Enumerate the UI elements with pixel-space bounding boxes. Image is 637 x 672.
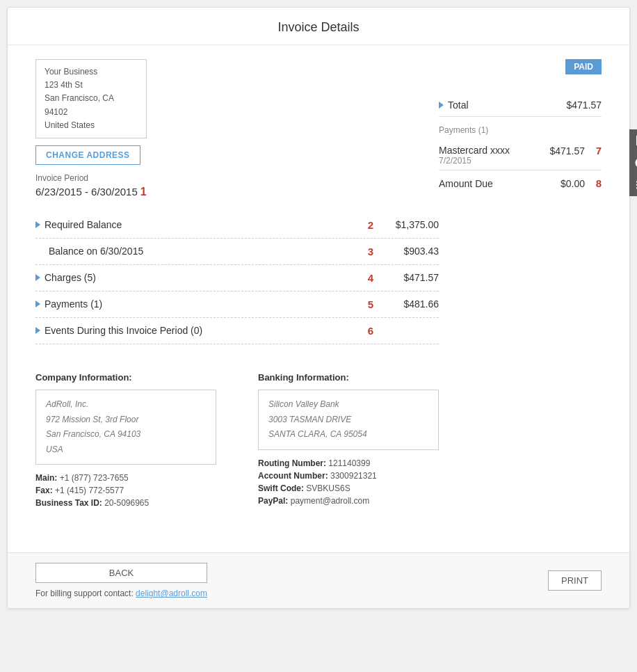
banking-addr-line1: Silicon Valley Bank <box>268 397 428 413</box>
amount-due-label: Amount Due <box>439 178 493 189</box>
payment-date: 7/2/2015 <box>439 156 510 166</box>
total-amount: $471.57 <box>566 99 602 111</box>
line-item: Events During this Invoice Period (0) 6 <box>35 318 439 344</box>
invoice-period-row: 6/23/2015 - 6/30/2015 1 <box>35 186 439 198</box>
banking-info: Banking Information: Silicon Valley Bank… <box>258 372 439 511</box>
footer-left: BACK For billing support contact: deligh… <box>35 563 207 598</box>
print-button[interactable]: PRINT <box>548 570 602 591</box>
line-item-amount: $1,375.00 <box>383 219 439 230</box>
company-main: Main: +1 (877) 723-7655 <box>35 473 216 483</box>
line-item-number: 5 <box>368 298 373 310</box>
line-item-amount: $481.66 <box>383 298 439 310</box>
right-column: PAID Total $471.57 Payments (1) Masterca… <box>439 59 602 196</box>
left-column: Your Business 123 4th St San Francisco, … <box>35 59 439 511</box>
back-button[interactable]: BACK <box>35 563 207 583</box>
banking-account: Account Number: 3300921321 <box>258 471 439 481</box>
paid-badge: PAID <box>565 59 602 74</box>
side-panel <box>629 129 637 196</box>
line-item-number: 4 <box>368 272 373 284</box>
company-addr-line4: USA <box>46 442 206 458</box>
banking-routing: Routing Number: 121140399 <box>258 458 439 468</box>
amount-due-row: Amount Due $0.00 8 <box>439 170 602 196</box>
banking-address-box: Silicon Valley Bank 3003 TASMAN DRIVE SA… <box>258 390 439 450</box>
footer-right: PRINT <box>548 570 602 591</box>
page-title: Invoice Details <box>8 8 629 45</box>
banking-paypal: PayPal: payment@adroll.com <box>258 496 439 506</box>
address-box: Your Business 123 4th St San Francisco, … <box>35 59 147 138</box>
line-item: Balance on 6/30/2015 3 $903.43 <box>35 239 439 265</box>
help-icon[interactable] <box>629 152 637 174</box>
company-fax: Fax: +1 (415) 772-5577 <box>35 486 216 495</box>
line-item-label: Required Balance <box>45 219 122 230</box>
payments-section: Payments (1) Mastercard xxxx 7/2/2015 $4… <box>439 125 602 196</box>
line-item-label: Payments (1) <box>45 298 102 310</box>
company-address-box: AdRoll, Inc. 972 Mission St, 3rd Floor S… <box>35 390 216 465</box>
line-item: Payments (1) 5 $481.66 <box>35 291 439 318</box>
company-taxid: Business Tax ID: 20-5096965 <box>35 498 216 508</box>
line-items: Required Balance 2 $1,375.00 Balance on … <box>35 212 439 344</box>
page-wrapper: Invoice Details Your Business 123 4th St… <box>7 7 630 609</box>
line-item-number: 6 <box>368 325 373 337</box>
expand-icon[interactable] <box>35 327 40 334</box>
payment-row: Mastercard xxxx 7/2/2015 $471.57 7 <box>439 141 602 170</box>
amount-due-number: 8 <box>590 177 602 189</box>
feed-icon[interactable] <box>629 174 637 196</box>
invoice-period-label: Invoice Period <box>35 173 439 183</box>
expand-icon[interactable] <box>35 221 40 228</box>
payment-row-number: 7 <box>590 145 602 157</box>
total-expand-icon[interactable] <box>439 102 444 109</box>
change-address-button[interactable]: CHANGE ADDRESS <box>35 145 140 165</box>
expand-icon[interactable] <box>35 301 40 307</box>
line-item-label: Charges (5) <box>45 272 96 283</box>
banking-addr-line3: SANTA CLARA, CA 95054 <box>268 427 428 442</box>
line-item-number: 3 <box>368 246 373 257</box>
payment-amount: $471.57 <box>549 145 585 157</box>
company-addr-line2: 972 Mission St, 3rd Floor <box>46 413 206 428</box>
payment-card: Mastercard xxxx <box>439 145 510 156</box>
company-addr-line3: San Francisco, CA 94103 <box>46 427 206 442</box>
line-item: Required Balance 2 $1,375.00 <box>35 212 439 239</box>
line-item-amount: $903.43 <box>383 246 439 257</box>
main-content: Your Business 123 4th St San Francisco, … <box>8 45 629 538</box>
line-item: Charges (5) 4 $471.57 <box>35 265 439 291</box>
address-line1: Your Business <box>45 65 138 79</box>
amount-due-value: $0.00 <box>561 178 585 189</box>
address-line4: United States <box>45 119 138 132</box>
company-addr-line1: AdRoll, Inc. <box>46 397 206 413</box>
expand-icon[interactable] <box>35 274 40 281</box>
company-info-title: Company Information: <box>35 372 216 383</box>
document-icon[interactable] <box>629 129 637 152</box>
bottom-info: Company Information: AdRoll, Inc. 972 Mi… <box>35 365 439 511</box>
total-label: Total <box>448 99 469 111</box>
line-item-number: 2 <box>368 219 373 231</box>
banking-info-title: Banking Information: <box>258 372 439 383</box>
invoice-period-number: 1 <box>140 186 147 198</box>
line-item-label: Balance on 6/30/2015 <box>49 246 143 257</box>
banking-addr-line2: 3003 TASMAN DRIVE <box>268 413 428 428</box>
total-row: Total $471.57 <box>439 94 602 117</box>
footer: BACK For billing support contact: deligh… <box>8 552 629 608</box>
company-info: Company Information: AdRoll, Inc. 972 Mi… <box>35 372 216 511</box>
payments-label: Payments (1) <box>439 125 602 135</box>
support-text: For billing support contact: delight@adr… <box>35 589 207 598</box>
banking-swift: Swift Code: SVBKUS6S <box>258 483 439 493</box>
invoice-period-value: 6/23/2015 - 6/30/2015 <box>35 186 138 198</box>
top-section: Your Business 123 4th St San Francisco, … <box>35 59 602 511</box>
support-email[interactable]: delight@adroll.com <box>136 589 207 598</box>
line-item-amount: $471.57 <box>383 272 439 283</box>
line-item-label: Events During this Invoice Period (0) <box>45 325 202 336</box>
address-line3: San Francisco, CA 94102 <box>45 92 138 118</box>
address-line2: 123 4th St <box>45 79 138 92</box>
